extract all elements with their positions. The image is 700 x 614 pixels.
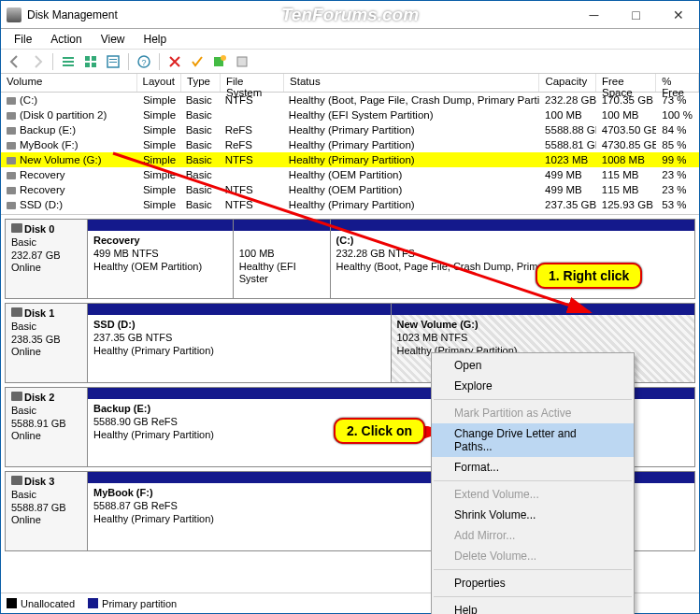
volume-icon [7,187,16,194]
partition[interactable]: 100 MB Healthy (EFI Syster [234,220,331,298]
col-volume[interactable]: Volume [1,74,137,92]
forward-button[interactable] [27,51,48,72]
cell-volume: New Volume (G:) [20,154,102,165]
menu-help[interactable]: Help [135,31,177,48]
check-button[interactable] [187,51,207,72]
disk-state: Online [11,430,41,441]
col-capacity[interactable]: Capacity [539,74,596,92]
svg-rect-2 [63,64,74,66]
partition-bar-icon [88,304,391,315]
context-menu: Open Explore Mark Partition as Active Ch… [431,352,635,614]
cell-volume: SSD (D:) [20,199,63,210]
new-partition-button[interactable] [209,51,230,72]
view-grid-button[interactable] [80,51,101,72]
cell-status: Healthy (Primary Partition) [283,124,539,136]
volume-row[interactable]: RecoverySimpleBasicHealthy (OEM Partitio… [1,167,699,182]
cell-fs: NTFS [220,154,283,165]
svg-rect-1 [63,61,74,63]
maximize-button[interactable]: □ [615,1,657,28]
disk-label[interactable]: Disk 2 Basic 5588.91 GB Online [5,387,87,467]
delete-button[interactable] [164,51,185,72]
cell-free: 4703.50 GB [596,124,656,136]
legend-unallocated: Unallocated [21,598,75,609]
cell-type: Basic [180,199,220,210]
col-filesystem[interactable]: File System [221,74,284,92]
cell-capacity: 237.35 GB [539,199,596,210]
disk-name: Disk 3 [24,476,54,487]
volume-icon [7,202,16,209]
cell-pct: 84 % [656,124,699,136]
disk-type: Basic [11,321,36,332]
ctx-format[interactable]: Format... [432,457,634,478]
back-button[interactable] [5,51,25,72]
disk-icon [11,307,22,317]
svg-rect-0 [63,57,74,59]
volume-icon [7,97,16,105]
properties-button[interactable] [232,51,252,72]
menu-action[interactable]: Action [41,31,91,48]
menu-view[interactable]: View [92,31,135,48]
ctx-open[interactable]: Open [432,355,634,376]
cell-capacity: 1023 MB [539,154,596,165]
volume-row[interactable]: RecoverySimpleBasicNTFSHealthy (OEM Part… [1,182,699,197]
help-button[interactable]: ? [134,51,154,72]
cell-layout: Simple [137,94,180,106]
partition-name: MyBook (F:) [93,487,153,498]
cell-status: Healthy (OEM Partition) [283,169,539,180]
cell-fs: NTFS [220,199,283,210]
partition[interactable]: SSD (D:) 237.35 GB NTFS Healthy (Primary… [88,304,392,382]
cell-status: Healthy (OEM Partition) [283,184,539,195]
col-status[interactable]: Status [284,74,539,92]
cell-layout: Simple [137,124,180,136]
ctx-help[interactable]: Help [432,600,634,614]
cell-pct: 85 % [656,139,699,150]
volume-row[interactable]: New Volume (G:)SimpleBasicNTFSHealthy (P… [1,152,699,167]
refresh-button[interactable] [103,51,123,72]
col-freespace[interactable]: Free Space [596,74,656,92]
volume-row[interactable]: (Disk 0 partition 2)SimpleBasicHealthy (… [1,107,699,122]
col-type[interactable]: Type [181,74,221,92]
col-layout[interactable]: Layout [137,74,182,92]
partition[interactable]: (C:) 232.28 GB NTFS Healthy (Boot, Page … [331,220,694,298]
volume-row[interactable]: Backup (E:)SimpleBasicReFSHealthy (Prima… [1,122,699,137]
ctx-change-drive-letter[interactable]: Change Drive Letter and Paths... [432,423,634,457]
disk-label[interactable]: Disk 1 Basic 238.35 GB Online [5,303,87,383]
ctx-properties[interactable]: Properties [432,573,634,593]
view-list-button[interactable] [58,51,79,72]
cell-pct: 53 % [656,199,699,210]
volume-row[interactable]: SSD (D:)SimpleBasicNTFSHealthy (Primary … [1,197,699,212]
partition[interactable]: Recovery 499 MB NTFS Healthy (OEM Partit… [88,220,234,298]
svg-rect-3 [85,56,90,61]
disk-label[interactable]: Disk 0 Basic 232.87 GB Online [5,219,87,299]
ctx-add-mirror: Add Mirror... [432,525,634,546]
cell-capacity: 232.28 GB [539,94,596,106]
ctx-explore[interactable]: Explore [432,376,634,396]
titlebar: Disk Management ─ □ ✕ [1,1,699,29]
disk-state: Online [11,514,41,525]
svg-rect-8 [109,59,117,60]
menu-file[interactable]: File [5,31,41,48]
cell-free: 100 MB [596,109,656,121]
cell-free: 4730.85 GB [596,139,656,150]
volume-row[interactable]: (C:)SimpleBasicNTFSHealthy (Boot, Page F… [1,93,699,107]
ctx-extend-volume: Extend Volume... [432,484,634,505]
minimize-button[interactable]: ─ [573,1,615,28]
app-icon [7,7,21,22]
cell-volume: MyBook (F:) [20,139,79,150]
svg-rect-6 [92,63,96,67]
disk-label[interactable]: Disk 3 Basic 5588.87 GB Online [5,471,87,551]
partition-name: (C:) [336,235,354,246]
close-button[interactable]: ✕ [657,1,699,28]
disk-state: Online [11,346,41,357]
disk-size: 5588.91 GB [11,418,66,429]
cell-free: 1008 MB [596,154,656,165]
volume-row[interactable]: MyBook (F:)SimpleBasicReFSHealthy (Prima… [1,137,699,152]
cell-capacity: 499 MB [539,169,596,180]
svg-text:?: ? [141,58,146,67]
cell-volume: (Disk 0 partition 2) [20,109,107,121]
col-pctfree[interactable]: % Free [656,74,699,92]
ctx-shrink-volume[interactable]: Shrink Volume... [432,505,634,525]
partition-bar-icon [331,220,694,231]
swatch-unallocated-icon [7,598,17,608]
cell-pct: 100 % [656,109,699,121]
